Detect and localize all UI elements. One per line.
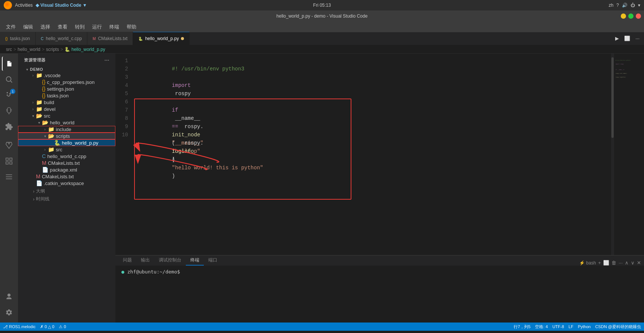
status-language[interactable]: Python: [578, 324, 590, 329]
tree-item-hello-world[interactable]: ▾ 📂 hello_world: [18, 119, 115, 126]
panel-tab-ports[interactable]: 端口: [204, 255, 222, 266]
code-line-3: import rospy: [134, 73, 608, 81]
tab-tasks[interactable]: {} tasks.json: [0, 32, 36, 45]
activity-search[interactable]: [2, 72, 16, 87]
panel-tab-output[interactable]: 输出: [136, 255, 154, 266]
maximize-button[interactable]: [628, 13, 634, 19]
window-controls[interactable]: [621, 13, 641, 19]
menu-view[interactable]: 查看: [55, 23, 70, 31]
status-row-col[interactable]: 行7，列5: [514, 324, 530, 330]
trash-icon[interactable]: 🗑: [611, 260, 616, 266]
tree-item-settings-json[interactable]: {} settings.json: [18, 85, 115, 92]
svg-rect-4: [6, 162, 8, 164]
menu-help[interactable]: 帮助: [124, 23, 139, 31]
status-encoding[interactable]: UTF-8: [552, 324, 564, 329]
activity-settings[interactable]: [2, 305, 16, 320]
tree-item-hello-world-c[interactable]: C hello_world_c.cpp: [18, 153, 115, 160]
status-info[interactable]: ⚠ 0: [59, 324, 66, 329]
lang-indicator[interactable]: zh: [609, 3, 614, 8]
activities-label[interactable]: Activities: [15, 3, 33, 8]
tree-item-hello-world-py[interactable]: 🐍 hello_world_p.py: [18, 139, 115, 146]
panel-tab-terminal[interactable]: 终端: [186, 255, 204, 266]
tab-cmakelists[interactable]: M CMakeLists.txt: [87, 32, 133, 45]
code-editor[interactable]: #! /usr/bin/env python3 import rospy: [134, 57, 614, 252]
tree-label-scripts: scripts: [56, 133, 115, 139]
expand-arrow-devel: ›: [30, 107, 36, 111]
source-control-badge: 1: [10, 89, 15, 94]
chevron-down-panel-icon[interactable]: ∨: [631, 260, 635, 266]
tree-item-catkin[interactable]: 📄 .catkin_workspace: [18, 180, 115, 187]
breadcrumb-file[interactable]: 🐍 hello_world_p.py: [64, 47, 105, 52]
tree-item-devel[interactable]: › 📁 devel: [18, 106, 115, 112]
split-terminal-icon[interactable]: ⬜: [603, 260, 609, 266]
sidebar: 资源管理器 ··· ▾ DEMO › 📁 .vscode {} c_cpp_pr…: [18, 54, 115, 323]
menu-select[interactable]: 选择: [37, 23, 53, 31]
activity-debug[interactable]: [2, 104, 16, 118]
tree-expand-arrow[interactable]: › 大纲: [18, 187, 115, 194]
tree-item-include[interactable]: › 📁 include: [18, 126, 115, 133]
activity-test[interactable]: [2, 138, 16, 152]
code-token: import: [172, 82, 191, 88]
editor-scrollbar-track[interactable]: [611, 54, 614, 255]
status-spaces[interactable]: 空格: 4: [535, 324, 548, 330]
menu-terminal[interactable]: 终端: [106, 23, 122, 31]
status-git-branch[interactable]: ⎇ ROS1.melodic: [3, 324, 36, 329]
system-icons[interactable]: ? 🔊 ⏻ ▾: [616, 3, 640, 8]
tree-item-package-xml[interactable]: 📄 package.xml: [18, 166, 115, 173]
expand-arrow-build: ›: [30, 100, 36, 105]
window-title: hello_world_p.py - demo - Visual Studio …: [276, 13, 368, 19]
more-actions-icon[interactable]: ···: [619, 260, 623, 266]
tree-item-tasks-json[interactable]: {} tasks.json: [18, 92, 115, 99]
tree-item-src2[interactable]: › 📁 src: [18, 146, 115, 153]
sidebar-more-icon[interactable]: ···: [105, 57, 109, 63]
menu-file[interactable]: 文件: [3, 23, 19, 31]
tab-hello-world-c[interactable]: C hello_world_c.cpp: [36, 32, 87, 45]
status-eol[interactable]: LF: [569, 324, 574, 329]
tree-timeline[interactable]: › 时间线: [18, 194, 115, 202]
tab-bar: {} tasks.json C hello_world_c.cpp M CMak…: [0, 32, 644, 45]
more-tabs-icon[interactable]: ···: [634, 35, 641, 42]
breadcrumb-src[interactable]: src: [6, 47, 12, 52]
chevron-up-icon[interactable]: ∧: [625, 260, 629, 266]
menu-goto[interactable]: 转到: [72, 23, 88, 31]
tree-item-src[interactable]: ▾ 📂 src: [18, 112, 115, 119]
activity-explorer[interactable]: [2, 57, 16, 71]
tab-hello-world-py[interactable]: 🐍 hello_world_p.py: [133, 32, 190, 45]
tree-item-demo[interactable]: ▾ DEMO: [18, 67, 115, 72]
tree-item-vscode[interactable]: › 📁 .vscode: [18, 72, 115, 79]
expand-arrow-src2: ›: [42, 148, 48, 152]
editor-scrollbar-thumb[interactable]: [611, 57, 614, 138]
panel-tab-problems[interactable]: 问题: [118, 255, 136, 266]
file-json-icon3: {}: [42, 93, 45, 99]
status-info-label: 0: [64, 324, 66, 329]
status-feedback[interactable]: CSDN @爱科研的晓睡虫: [595, 324, 641, 330]
vscode-menu-label[interactable]: ◆ Visual Studio Code ▼: [36, 3, 87, 8]
tree-item-build[interactable]: › 📁 build: [18, 99, 115, 106]
close-panel-icon[interactable]: ✕: [637, 260, 641, 266]
activity-extra2[interactable]: [2, 170, 16, 184]
expand-arrow-src: ▾: [30, 114, 36, 118]
close-button[interactable]: [636, 13, 641, 19]
tree-item-cmakelists2[interactable]: M CMakeLists.txt: [18, 160, 115, 166]
activity-extra1[interactable]: [2, 154, 16, 168]
minimize-button[interactable]: [621, 13, 626, 19]
activity-extensions[interactable]: [2, 119, 16, 134]
breadcrumb-sep3: >: [60, 47, 63, 52]
tree-item-cmakelists-root[interactable]: M CMakeLists.txt: [18, 173, 115, 180]
system-bar: Activities ◆ Visual Studio Code ▼ Fri 05…: [0, 0, 644, 10]
panel-content[interactable]: ● zhf@ubuntu:~/demo$: [115, 266, 644, 323]
activity-account[interactable]: [2, 290, 16, 304]
panel-tab-debug-console[interactable]: 调试控制台: [154, 255, 186, 266]
breadcrumb-hello-world[interactable]: hello_world: [18, 47, 40, 52]
status-errors[interactable]: ✗ 0 △ 0: [40, 324, 54, 329]
new-terminal-icon[interactable]: +: [598, 260, 601, 266]
breadcrumb-scripts[interactable]: scripts: [46, 47, 59, 52]
activity-source-control[interactable]: 1: [2, 88, 16, 102]
code-token: if: [172, 107, 178, 113]
tree-item-scripts[interactable]: ▾ 📂 scripts: [18, 133, 115, 139]
menu-run[interactable]: 运行: [89, 23, 105, 31]
split-editor-icon[interactable]: ⬜: [623, 35, 632, 42]
run-icon[interactable]: ▶: [614, 35, 620, 42]
menu-edit[interactable]: 编辑: [20, 23, 36, 31]
tree-item-c-cpp-properties[interactable]: {} c_cpp_properties.json: [18, 79, 115, 85]
